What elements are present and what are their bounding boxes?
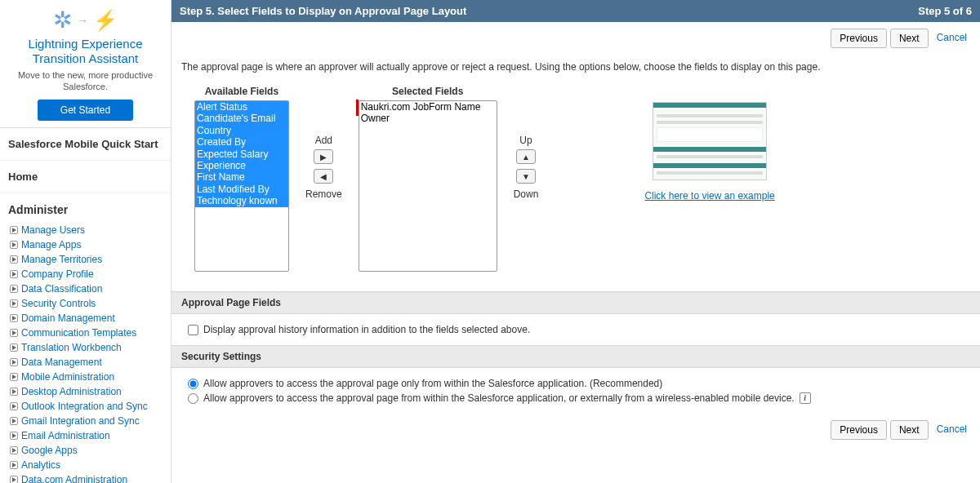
expand-icon	[10, 226, 18, 234]
remove-button[interactable]: ◀	[314, 169, 333, 184]
step-title: Step 5. Select Fields to Display on Appr…	[180, 5, 466, 17]
available-fields-label: Available Fields	[205, 86, 278, 97]
expand-icon	[10, 417, 18, 425]
next-button-bottom[interactable]: Next	[890, 420, 929, 440]
step-header: Step 5. Select Fields to Display on Appr…	[172, 0, 980, 22]
security-option-internal-label: Allow approvers to access the approval p…	[203, 378, 662, 389]
expand-icon	[10, 461, 18, 469]
expand-icon	[10, 299, 18, 308]
administer-heading: Administer	[0, 193, 171, 223]
mobile-quick-start-link[interactable]: Salesforce Mobile Quick Start	[0, 128, 171, 161]
clover-icon: ✲	[53, 7, 72, 33]
example-preview: Click here to view an example	[644, 86, 774, 202]
view-example-link[interactable]: Click here to view an example	[644, 190, 774, 202]
remove-label: Remove	[305, 188, 342, 200]
security-option-internal-row[interactable]: Allow approvers to access the approval p…	[188, 376, 964, 391]
description-text: The approval page is where an approver w…	[172, 55, 980, 86]
arrow-right-icon: →	[77, 14, 88, 27]
sidebar-item-google-apps[interactable]: Google Apps	[10, 445, 171, 456]
required-marker	[356, 100, 359, 116]
previous-button-bottom[interactable]: Previous	[831, 420, 887, 440]
down-label: Down	[514, 188, 539, 200]
expand-icon	[10, 285, 18, 293]
button-bar-top: Previous Next Cancel	[172, 22, 980, 55]
expand-icon	[10, 446, 18, 454]
expand-icon	[10, 314, 18, 322]
arrow-down-icon: ▼	[522, 172, 530, 181]
move-down-button[interactable]: ▼	[516, 169, 536, 184]
arrow-right-icon: ▶	[320, 153, 327, 162]
lightning-bolt-icon: ⚡	[93, 9, 118, 32]
sidebar-item-gmail-integration[interactable]: Gmail Integration and Sync	[10, 415, 171, 427]
security-option-external-row[interactable]: Allow approvers to access the approval p…	[188, 391, 964, 405]
sidebar-item-data-management[interactable]: Data Management	[10, 357, 171, 368]
sidebar-item-data-classification[interactable]: Data Classification	[10, 283, 171, 295]
move-up-button[interactable]: ▲	[516, 149, 536, 164]
step-progress: Step 5 of 6	[918, 5, 972, 17]
next-button[interactable]: Next	[890, 29, 929, 48]
security-option-internal-radio[interactable]	[188, 379, 198, 389]
info-icon[interactable]: i	[800, 392, 811, 404]
available-fields-listbox[interactable]: Alert Status Candidate's Email Country C…	[194, 100, 289, 272]
expand-icon	[10, 270, 18, 278]
sidebar-item-company-profile[interactable]: Company Profile	[10, 268, 171, 280]
previous-button[interactable]: Previous	[831, 29, 887, 48]
security-option-external-label: Allow approvers to access the approval p…	[203, 392, 795, 404]
promo-icons: ✲ → ⚡	[8, 7, 163, 33]
expand-icon	[10, 358, 18, 366]
approval-page-fields-heading: Approval Page Fields	[172, 291, 980, 314]
selected-fields-listbox[interactable]: Naukri.com JobForm Name Owner	[359, 100, 497, 272]
sidebar-item-translation-workbench[interactable]: Translation Workbench	[10, 342, 171, 353]
home-link[interactable]: Home	[0, 161, 171, 193]
security-option-external-radio[interactable]	[188, 393, 198, 404]
expand-icon	[10, 476, 18, 483]
add-remove-controls: Add ▶ ◀ Remove	[305, 86, 342, 202]
security-settings-heading: Security Settings	[172, 345, 980, 368]
button-bar-bottom: Previous Next Cancel	[172, 414, 980, 446]
sidebar-item-analytics[interactable]: Analytics	[10, 459, 171, 471]
sidebar-item-datacom-administration[interactable]: Data.com Administration	[10, 474, 171, 483]
cancel-link-bottom[interactable]: Cancel	[932, 420, 972, 440]
expand-icon	[10, 343, 18, 352]
expand-icon	[10, 388, 18, 396]
expand-icon	[10, 329, 18, 337]
sidebar-item-manage-apps[interactable]: Manage Apps	[10, 239, 171, 250]
sidebar-item-mobile-administration[interactable]: Mobile Administration	[10, 371, 171, 383]
expand-icon	[10, 402, 18, 410]
expand-icon	[10, 241, 18, 249]
expand-icon	[10, 373, 18, 381]
sidebar-item-email-administration[interactable]: Email Administration	[10, 430, 171, 441]
arrow-left-icon: ◀	[320, 172, 327, 181]
administer-nav: Manage Users Manage Apps Manage Territor…	[0, 223, 171, 483]
promo-box: ✲ → ⚡ Lightning Experience Transition As…	[0, 0, 171, 128]
sidebar-item-desktop-administration[interactable]: Desktop Administration	[10, 386, 171, 397]
sidebar-item-manage-users[interactable]: Manage Users	[10, 224, 171, 236]
reorder-controls: Up ▲ ▼ Down	[514, 86, 539, 202]
display-history-label: Display approval history information in …	[203, 324, 530, 335]
up-label: Up	[519, 135, 532, 146]
sidebar-item-outlook-integration[interactable]: Outlook Integration and Sync	[10, 401, 171, 412]
add-label: Add	[315, 135, 332, 146]
get-started-button[interactable]: Get Started	[38, 100, 133, 121]
sidebar-item-security-controls[interactable]: Security Controls	[10, 298, 171, 309]
sidebar-item-domain-management[interactable]: Domain Management	[10, 312, 171, 324]
expand-icon	[10, 255, 18, 264]
sidebar-item-manage-territories[interactable]: Manage Territories	[10, 254, 171, 265]
add-button[interactable]: ▶	[314, 149, 333, 164]
arrow-up-icon: ▲	[522, 153, 530, 162]
main-content: Step 5. Select Fields to Display on Appr…	[172, 0, 980, 483]
promo-title: Lightning Experience Transition Assistan…	[8, 37, 163, 66]
expand-icon	[10, 432, 18, 440]
sidebar: ✲ → ⚡ Lightning Experience Transition As…	[0, 0, 172, 483]
sidebar-item-communication-templates[interactable]: Communication Templates	[10, 327, 171, 339]
promo-subtitle: Move to the new, more productive Salesfo…	[8, 69, 163, 93]
display-history-checkbox-row[interactable]: Display approval history information in …	[188, 322, 964, 337]
selected-fields-label: Selected Fields	[392, 86, 463, 97]
cancel-link[interactable]: Cancel	[932, 29, 972, 48]
field-picker: Available Fields Alert Status Candidate'…	[172, 86, 980, 291]
example-thumbnail	[653, 102, 767, 180]
display-history-checkbox[interactable]	[188, 325, 198, 335]
